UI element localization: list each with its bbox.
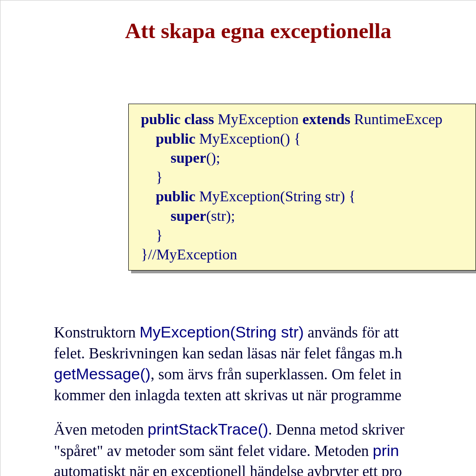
text: Konstruktorn (54, 324, 139, 341)
text: "spåret" av metoder som sänt felet vidar… (54, 443, 373, 459)
text: , som ärvs från superklassen. Om felet i… (151, 366, 402, 383)
keyword: super (141, 207, 206, 224)
code-text: } (141, 227, 163, 244)
keyword: extends (303, 111, 350, 127)
code-text: MyException(String str) { (195, 188, 356, 205)
text: används för att (304, 324, 399, 341)
method-name: prin (373, 442, 399, 459)
code-line: }//MyException (141, 245, 463, 264)
keyword: super (141, 149, 206, 166)
code-text: (str); (206, 207, 235, 224)
code-line: super(); (141, 148, 463, 168)
paragraph: Konstruktorn MyException(String str) anv… (54, 322, 476, 406)
code-text: MyException() { (195, 130, 301, 147)
body-text: Konstruktorn MyException(String str) anv… (54, 322, 476, 476)
code-line: public MyException() { (141, 129, 463, 149)
text: felet. Beskrivningen kan sedan läsas när… (54, 345, 403, 362)
document-page: Att skapa egna exceptionella public clas… (0, 18, 476, 476)
paragraph: Även metoden printStackTrace(). Denna me… (54, 419, 476, 476)
code-text: RuntimeExcep (350, 111, 443, 127)
keyword: public (141, 188, 195, 205)
code-text: MyException (214, 111, 302, 127)
keyword: public class (141, 111, 214, 127)
code-text: (); (206, 149, 220, 166)
page-title: Att skapa egna exceptionella (0, 18, 476, 43)
code-line: public class MyException extends Runtime… (141, 110, 463, 129)
text: Även metoden (54, 421, 148, 438)
code-line: } (141, 226, 463, 245)
code-block-wrapper: public class MyException extends Runtime… (128, 104, 476, 271)
text: . Denna metod skriver (268, 421, 404, 438)
code-block: public class MyException extends Runtime… (128, 104, 476, 271)
method-name: getMessage() (54, 365, 151, 383)
method-name: printStackTrace() (148, 420, 268, 438)
code-line: } (141, 168, 463, 187)
text: kommer den inlagda texten att skrivas ut… (54, 387, 402, 403)
code-line: super(str); (141, 206, 463, 226)
text: automatiskt när en exceptionell händelse… (54, 463, 402, 476)
code-text: }//MyException (141, 246, 237, 263)
method-name: MyException(String str) (139, 323, 304, 341)
code-line: public MyException(String str) { (141, 187, 463, 206)
code-text: } (141, 169, 163, 185)
keyword: public (141, 130, 195, 147)
